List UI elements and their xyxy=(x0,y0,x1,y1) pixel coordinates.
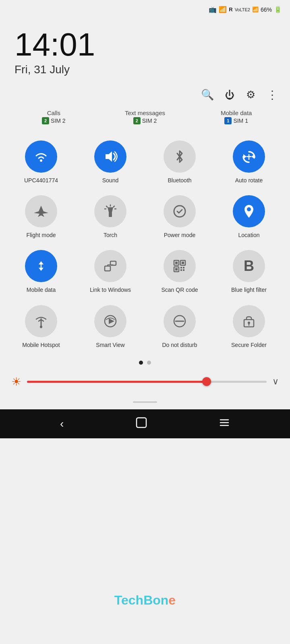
sim-data[interactable]: Mobile data 1 SIM 1 xyxy=(191,109,282,124)
battery-icon: 🔋 xyxy=(274,6,282,13)
tile-bluetooth-label: Bluetooth xyxy=(168,177,191,184)
tile-mobilehotspot-label: Mobile Hotspot xyxy=(22,341,60,349)
tile-securefolder[interactable]: Secure Folder xyxy=(214,299,284,354)
tile-autorotate[interactable]: Auto rotate xyxy=(214,135,284,190)
nav-bar: ‹ xyxy=(0,409,290,438)
tile-smartview[interactable]: Smart View xyxy=(76,299,145,354)
tile-mobilehotspot[interactable]: Mobile Hotspot xyxy=(6,299,76,354)
tile-flightmode-circle xyxy=(25,195,57,227)
tile-flightmode-label: Flight mode xyxy=(26,231,56,239)
signal2-icon: 📶 xyxy=(252,6,259,12)
tile-mobiledata-label: Mobile data xyxy=(27,286,56,293)
more-icon[interactable]: ⋮ xyxy=(267,88,278,101)
lte-icon: VoLTE2 xyxy=(235,7,250,12)
tile-securefolder-circle xyxy=(233,305,265,337)
tile-bluelightfilter-label: Blue light filter xyxy=(231,286,267,293)
tile-bluelightfilter[interactable]: B Blue light filter xyxy=(214,244,284,299)
tile-torch[interactable]: Torch xyxy=(76,190,145,244)
tile-powermode-label: Power mode xyxy=(164,231,196,239)
tile-donotdisturb[interactable]: Do not disturb xyxy=(145,299,214,354)
svg-rect-21 xyxy=(175,262,178,264)
tile-location[interactable]: Location xyxy=(214,190,284,244)
clock-time: 14:01 xyxy=(14,29,276,61)
battery-text: 66% xyxy=(261,6,272,13)
tile-autorotate-label: Auto rotate xyxy=(235,177,263,184)
svg-rect-4 xyxy=(109,212,112,217)
svg-point-11 xyxy=(247,207,251,211)
page-dot-1[interactable] xyxy=(139,361,143,365)
tile-powermode-circle xyxy=(164,195,196,227)
cast-icon: 📺 xyxy=(209,6,217,13)
svg-marker-1 xyxy=(106,151,112,162)
tile-bluelightfilter-circle: B xyxy=(233,250,265,282)
tile-securefolder-label: Secure Folder xyxy=(231,341,267,349)
sim-calls-label: Calls xyxy=(8,109,99,116)
tile-powermode[interactable]: Power mode xyxy=(145,190,214,244)
tile-wifi-label: UPC4401774 xyxy=(24,177,58,184)
svg-marker-5 xyxy=(108,207,113,212)
brightness-expand-icon[interactable]: ∨ xyxy=(272,376,279,387)
svg-point-28 xyxy=(40,326,42,328)
tile-torch-circle xyxy=(94,195,126,227)
status-icons: 📺 📶 R VoLTE2 📶 66% 🔋 xyxy=(209,6,282,13)
tile-location-circle xyxy=(233,195,265,227)
svg-rect-22 xyxy=(182,262,184,264)
sim2-badge-calls: 2 xyxy=(42,117,49,124)
tile-scanqr[interactable]: Scan QR code xyxy=(145,244,214,299)
tile-linkwindows-label: Link to Windows xyxy=(90,286,131,293)
tile-wifi-circle xyxy=(25,140,57,173)
svg-rect-24 xyxy=(180,267,182,268)
svg-rect-23 xyxy=(175,268,178,270)
qs-toolbar: 🔍 ⏻ ⚙ ⋮ xyxy=(0,80,290,105)
tile-scanqr-label: Scan QR code xyxy=(161,286,198,293)
sim-data-badge: 1 SIM 1 xyxy=(224,117,248,124)
tile-linkwindows-circle xyxy=(94,250,126,282)
svg-rect-13 xyxy=(105,266,110,271)
svg-marker-2 xyxy=(251,154,255,159)
svg-point-0 xyxy=(40,159,42,162)
tile-smartview-circle xyxy=(94,305,126,337)
tile-bluetooth-circle xyxy=(164,140,196,173)
tiles-grid: UPC4401774 Sound Bluetooth xyxy=(0,131,290,358)
back-button[interactable]: ‹ xyxy=(60,417,64,430)
page-dots xyxy=(0,358,290,369)
home-indicator-container xyxy=(0,394,290,409)
sim1-badge-data: 1 xyxy=(224,117,232,124)
svg-line-8 xyxy=(114,206,115,207)
tile-bluetooth[interactable]: Bluetooth xyxy=(145,135,214,190)
tile-mobiledata[interactable]: Mobile data xyxy=(6,244,76,299)
tile-mobilehotspot-circle xyxy=(25,305,57,337)
clock-date: Fri, 31 July xyxy=(14,63,276,76)
home-button[interactable] xyxy=(136,417,147,431)
tile-smartview-label: Smart View xyxy=(96,341,124,349)
clock-section: 14:01 Fri, 31 July xyxy=(0,17,290,80)
settings-icon[interactable]: ⚙ xyxy=(246,89,255,101)
sim-sms-label: Text messages xyxy=(99,109,191,116)
recents-button[interactable] xyxy=(219,417,230,431)
tile-torch-label: Torch xyxy=(104,231,117,239)
power-icon[interactable]: ⏻ xyxy=(225,89,235,101)
sim-calls[interactable]: Calls 2 SIM 2 xyxy=(8,109,99,124)
tile-linkwindows[interactable]: Link to Windows xyxy=(76,244,145,299)
tile-sound[interactable]: Sound xyxy=(76,135,145,190)
sim-sms[interactable]: Text messages 2 SIM 2 xyxy=(99,109,191,124)
brightness-thumb[interactable] xyxy=(202,377,211,386)
tile-location-label: Location xyxy=(238,231,260,239)
tile-wifi[interactable]: UPC4401774 xyxy=(6,135,76,190)
status-bar: 📺 📶 R VoLTE2 📶 66% 🔋 xyxy=(0,0,290,17)
sim-data-label: Mobile data xyxy=(191,109,282,116)
svg-marker-3 xyxy=(243,154,246,159)
home-indicator xyxy=(133,401,157,403)
tile-flightmode[interactable]: Flight mode xyxy=(6,190,76,244)
tile-scanqr-circle xyxy=(164,250,196,282)
svg-rect-25 xyxy=(183,267,184,268)
tile-donotdisturb-circle xyxy=(164,305,196,337)
tile-sound-circle xyxy=(94,140,126,173)
search-icon[interactable]: 🔍 xyxy=(201,89,214,101)
tile-sound-label: Sound xyxy=(102,177,118,184)
signal-icon: R xyxy=(229,6,232,12)
page-dot-2[interactable] xyxy=(147,361,151,365)
brightness-slider[interactable] xyxy=(27,381,267,383)
watermark: TechBone xyxy=(114,593,176,608)
brightness-icon: ☀ xyxy=(11,375,21,388)
